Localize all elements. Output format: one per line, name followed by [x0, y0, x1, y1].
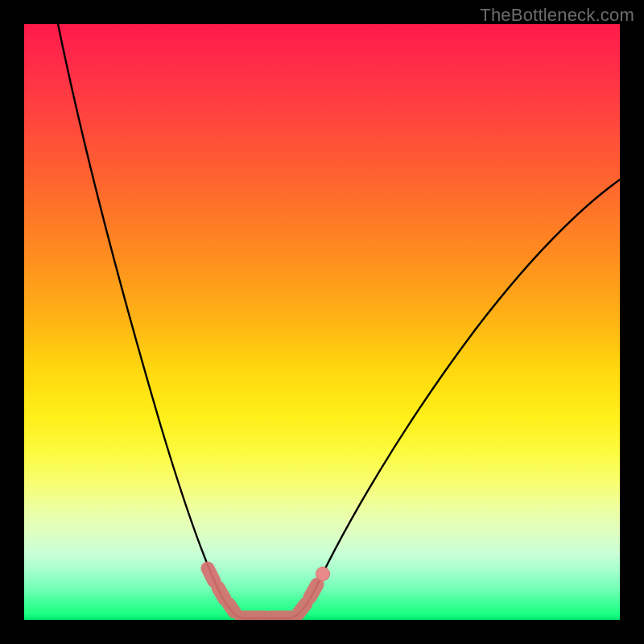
bottleneck-curve	[55, 24, 620, 618]
highlight-beads	[208, 568, 317, 617]
curve-layer	[24, 24, 620, 620]
chart-frame: TheBottleneck.com	[0, 0, 644, 644]
highlight-dot	[316, 568, 330, 581]
watermark-text: TheBottleneck.com	[480, 5, 634, 26]
plot-area	[24, 24, 620, 620]
